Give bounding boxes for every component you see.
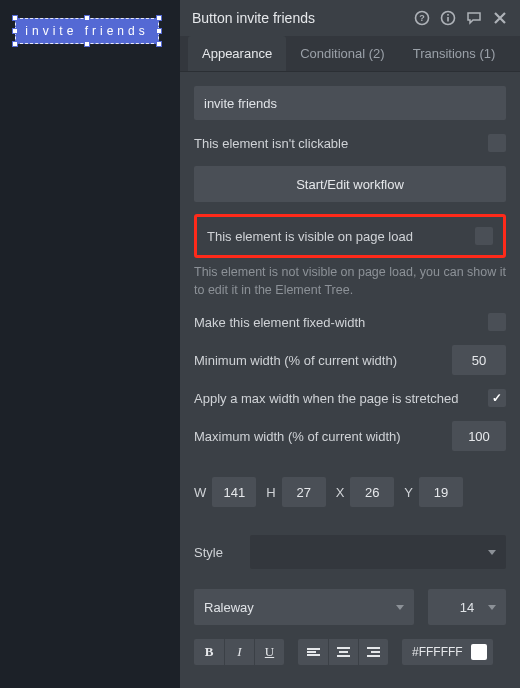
h-label: H	[266, 485, 275, 500]
info-icon[interactable]	[440, 10, 456, 26]
text-style-group: B I U	[194, 639, 284, 665]
resize-handle-middle-left[interactable]	[12, 28, 18, 34]
element-name-input[interactable]	[194, 86, 506, 120]
min-width-input[interactable]	[452, 345, 506, 375]
property-panel: Button invite friends ? Appearance Condi…	[180, 0, 520, 688]
bold-button[interactable]: B	[194, 639, 224, 665]
align-left-button[interactable]	[298, 639, 328, 665]
tab-appearance[interactable]: Appearance	[188, 36, 286, 71]
svg-text:?: ?	[419, 13, 425, 23]
align-center-button[interactable]	[328, 639, 358, 665]
resize-handle-bottom-left[interactable]	[12, 41, 18, 47]
min-width-label: Minimum width (% of current width)	[194, 353, 452, 368]
style-label: Style	[194, 545, 234, 560]
w-label: W	[194, 485, 206, 500]
comment-icon[interactable]	[466, 10, 482, 26]
fixed-width-checkbox[interactable]	[488, 313, 506, 331]
apply-max-width-label: Apply a max width when the page is stret…	[194, 391, 488, 406]
canvas-invite-friends-button[interactable]: invite friends	[15, 18, 159, 44]
apply-max-width-checkbox[interactable]	[488, 389, 506, 407]
fixed-width-label: Make this element fixed-width	[194, 315, 488, 330]
start-edit-workflow-button[interactable]: Start/Edit workflow	[194, 166, 506, 202]
clickable-label: This element isn't clickable	[194, 136, 488, 151]
canvas-button-label: invite friends	[25, 24, 148, 38]
visible-on-load-help: This element is not visible on page load…	[194, 264, 506, 299]
visible-on-load-label: This element is visible on page load	[207, 229, 475, 244]
panel-tabs: Appearance Conditional (2) Transitions (…	[180, 36, 520, 72]
clickable-checkbox[interactable]	[488, 134, 506, 152]
width-input[interactable]	[212, 477, 256, 507]
chevron-down-icon	[488, 550, 496, 555]
align-right-button[interactable]	[358, 639, 388, 665]
font-size-value: 14	[460, 600, 474, 615]
max-width-input[interactable]	[452, 421, 506, 451]
font-family-dropdown[interactable]: Raleway	[194, 589, 414, 625]
visible-on-load-checkbox[interactable]	[475, 227, 493, 245]
resize-handle-bottom-center[interactable]	[84, 41, 90, 47]
tab-conditional[interactable]: Conditional (2)	[286, 36, 399, 71]
close-icon[interactable]	[492, 10, 508, 26]
visible-on-load-row: This element is visible on page load	[194, 214, 506, 258]
help-icon[interactable]: ?	[414, 10, 430, 26]
tab-transitions[interactable]: Transitions (1)	[399, 36, 510, 71]
resize-handle-top-center[interactable]	[84, 15, 90, 21]
resize-handle-top-left[interactable]	[12, 15, 18, 21]
panel-header: Button invite friends ?	[180, 0, 520, 36]
resize-handle-middle-right[interactable]	[156, 28, 162, 34]
style-dropdown[interactable]	[250, 535, 506, 569]
font-size-dropdown[interactable]: 14	[428, 589, 506, 625]
font-color-swatch	[471, 644, 487, 660]
height-input[interactable]	[282, 477, 326, 507]
x-label: X	[336, 485, 345, 500]
resize-handle-top-right[interactable]	[156, 15, 162, 21]
x-input[interactable]	[350, 477, 394, 507]
svg-rect-4	[447, 14, 449, 16]
underline-button[interactable]: U	[254, 639, 284, 665]
geometry-row: W H X Y	[194, 477, 506, 507]
chevron-down-icon	[396, 605, 404, 610]
y-input[interactable]	[419, 477, 463, 507]
text-align-group	[298, 639, 388, 665]
italic-button[interactable]: I	[224, 639, 254, 665]
font-color-picker[interactable]: #FFFFFF	[402, 639, 493, 665]
chevron-down-icon	[488, 605, 496, 610]
max-width-label: Maximum width (% of current width)	[194, 429, 452, 444]
y-label: Y	[404, 485, 413, 500]
resize-handle-bottom-right[interactable]	[156, 41, 162, 47]
panel-title: Button invite friends	[192, 10, 414, 26]
font-family-value: Raleway	[204, 600, 254, 615]
font-color-hex: #FFFFFF	[412, 645, 463, 659]
svg-rect-3	[447, 17, 449, 22]
